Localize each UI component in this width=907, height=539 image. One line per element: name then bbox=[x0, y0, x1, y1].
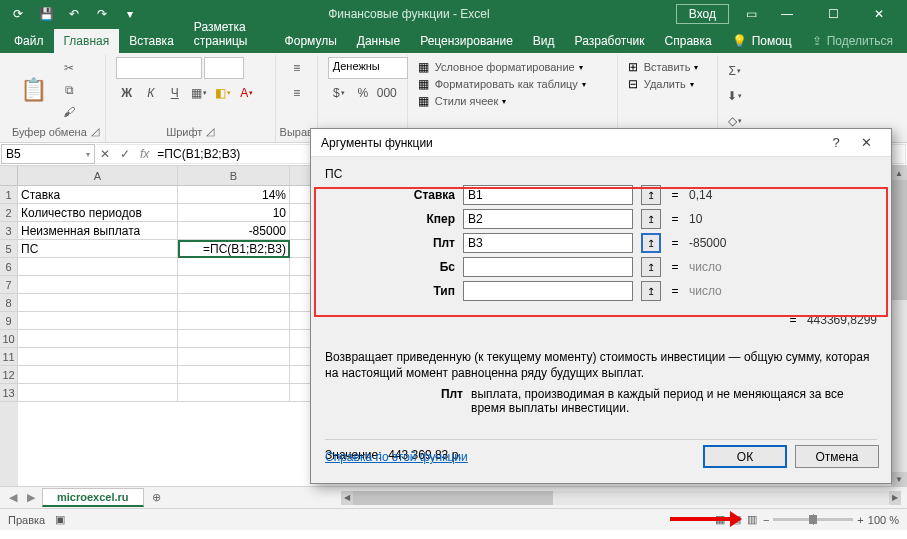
row-header[interactable]: 10 bbox=[0, 330, 18, 348]
range-selector-icon[interactable]: ↥ bbox=[641, 185, 661, 205]
tab-help[interactable]: Справка bbox=[655, 29, 722, 53]
fill-color-button[interactable]: ◧ bbox=[212, 82, 234, 104]
scroll-left-icon[interactable]: ◀ bbox=[341, 491, 353, 505]
row-header[interactable]: 12 bbox=[0, 366, 18, 384]
tab-formulas[interactable]: Формулы bbox=[275, 29, 347, 53]
share-button[interactable]: ⇪Поделиться bbox=[802, 29, 903, 53]
cell[interactable] bbox=[18, 312, 178, 330]
insert-cells-button[interactable]: Вставить bbox=[644, 61, 691, 73]
cell[interactable] bbox=[178, 366, 290, 384]
row-header[interactable]: 5 bbox=[0, 240, 18, 258]
tab-home[interactable]: Главная bbox=[54, 29, 120, 53]
row-header[interactable]: 3 bbox=[0, 222, 18, 240]
minimize-button[interactable]: — bbox=[765, 0, 809, 28]
cell[interactable] bbox=[18, 294, 178, 312]
arg-input[interactable]: B3 bbox=[463, 233, 633, 253]
cell[interactable] bbox=[178, 276, 290, 294]
cell[interactable]: =ПС(B1;B2;B3) bbox=[178, 240, 290, 258]
help-link[interactable]: Справка по этой функции bbox=[325, 450, 468, 464]
horizontal-scrollbar[interactable]: ◀ ▶ bbox=[341, 491, 901, 505]
arg-input[interactable]: B2 bbox=[463, 209, 633, 229]
cell[interactable] bbox=[178, 258, 290, 276]
fx-icon[interactable]: fx bbox=[140, 147, 149, 161]
dialog-close-icon[interactable]: ✕ bbox=[851, 135, 881, 150]
redo-icon[interactable]: ↷ bbox=[90, 3, 114, 25]
cell[interactable]: Количество периодов bbox=[18, 204, 178, 222]
cell[interactable] bbox=[178, 294, 290, 312]
macro-record-icon[interactable]: ▣ bbox=[55, 513, 65, 526]
tab-insert[interactable]: Вставка bbox=[119, 29, 184, 53]
range-selector-icon[interactable]: ↥ bbox=[641, 209, 661, 229]
row-header[interactable]: 11 bbox=[0, 348, 18, 366]
row-header[interactable]: 7 bbox=[0, 276, 18, 294]
format-painter-icon[interactable]: 🖌 bbox=[58, 103, 80, 121]
select-all-corner[interactable] bbox=[0, 166, 18, 186]
dialog-launcher-icon[interactable]: ◿ bbox=[206, 125, 214, 138]
range-selector-icon[interactable]: ↥ bbox=[641, 281, 661, 301]
tab-file[interactable]: Файл bbox=[4, 29, 54, 53]
cond-format-button[interactable]: Условное форматирование bbox=[435, 61, 575, 73]
delete-cells-button[interactable]: Удалить bbox=[644, 78, 686, 90]
qat-customize-icon[interactable]: ▾ bbox=[118, 3, 142, 25]
autosum-icon[interactable]: Σ bbox=[724, 60, 746, 82]
undo-icon[interactable]: ↶ bbox=[62, 3, 86, 25]
sheet-nav-next-icon[interactable]: ▶ bbox=[24, 491, 38, 504]
range-selector-icon[interactable]: ↥ bbox=[641, 257, 661, 277]
close-button[interactable]: ✕ bbox=[857, 0, 901, 28]
comma-icon[interactable]: 000 bbox=[376, 82, 398, 104]
copy-icon[interactable]: ⧉ bbox=[58, 81, 80, 99]
zoom-level[interactable]: 100 % bbox=[868, 514, 899, 526]
paste-button[interactable]: 📋 bbox=[12, 57, 54, 122]
cell[interactable] bbox=[18, 330, 178, 348]
cell[interactable] bbox=[18, 276, 178, 294]
maximize-button[interactable]: ☐ bbox=[811, 0, 855, 28]
tab-data[interactable]: Данные bbox=[347, 29, 410, 53]
ok-button[interactable]: ОК bbox=[703, 445, 787, 468]
cell-styles-button[interactable]: Стили ячеек bbox=[435, 95, 498, 107]
row-header[interactable]: 1 bbox=[0, 186, 18, 204]
cell[interactable]: -85000 bbox=[178, 222, 290, 240]
cell[interactable] bbox=[178, 312, 290, 330]
format-table-icon[interactable]: ▦ bbox=[418, 77, 429, 91]
italic-button[interactable]: К bbox=[140, 82, 162, 104]
col-header[interactable]: B bbox=[178, 166, 290, 186]
enter-formula-icon[interactable]: ✓ bbox=[120, 147, 130, 161]
delete-cells-icon[interactable]: ⊟ bbox=[628, 77, 638, 91]
cancel-formula-icon[interactable]: ✕ bbox=[100, 147, 110, 161]
font-size-combo[interactable] bbox=[204, 57, 244, 79]
insert-cells-icon[interactable]: ⊞ bbox=[628, 60, 638, 74]
zoom-slider[interactable] bbox=[773, 518, 853, 521]
login-button[interactable]: Вход bbox=[676, 4, 729, 24]
row-header[interactable]: 8 bbox=[0, 294, 18, 312]
save-icon[interactable]: 💾 bbox=[34, 3, 58, 25]
zoom-in-icon[interactable]: + bbox=[857, 514, 863, 526]
currency-icon[interactable]: $ bbox=[328, 82, 350, 104]
fill-icon[interactable]: ⬇ bbox=[724, 85, 746, 107]
name-box[interactable]: B5 bbox=[1, 144, 95, 164]
scroll-down-icon[interactable]: ▼ bbox=[891, 472, 907, 486]
cond-format-icon[interactable]: ▦ bbox=[418, 60, 429, 74]
underline-button[interactable]: Ч bbox=[164, 82, 186, 104]
add-sheet-button[interactable]: ⊕ bbox=[148, 489, 166, 507]
cell[interactable]: 10 bbox=[178, 204, 290, 222]
cell[interactable]: 14% bbox=[178, 186, 290, 204]
scroll-thumb[interactable] bbox=[353, 491, 553, 505]
scroll-thumb[interactable] bbox=[891, 180, 907, 300]
cancel-button[interactable]: Отмена bbox=[795, 445, 879, 468]
range-selector-icon[interactable]: ↥ bbox=[641, 233, 661, 253]
align-left-icon[interactable]: ≡ bbox=[286, 82, 308, 104]
scroll-right-icon[interactable]: ▶ bbox=[889, 491, 901, 505]
sheet-nav-prev-icon[interactable]: ◀ bbox=[6, 491, 20, 504]
format-table-button[interactable]: Форматировать как таблицу bbox=[435, 78, 578, 90]
sheet-tab[interactable]: microexcel.ru bbox=[42, 488, 144, 507]
font-name-combo[interactable] bbox=[116, 57, 202, 79]
cell[interactable] bbox=[18, 258, 178, 276]
arg-input[interactable]: B1 bbox=[463, 185, 633, 205]
cell[interactable]: Неизменная выплата bbox=[18, 222, 178, 240]
tell-me[interactable]: 💡Помощ bbox=[722, 29, 802, 53]
zoom-out-icon[interactable]: − bbox=[763, 514, 769, 526]
cell[interactable] bbox=[178, 348, 290, 366]
dialog-help-icon[interactable]: ? bbox=[821, 135, 851, 150]
cell[interactable]: Ставка bbox=[18, 186, 178, 204]
cell[interactable] bbox=[18, 384, 178, 402]
